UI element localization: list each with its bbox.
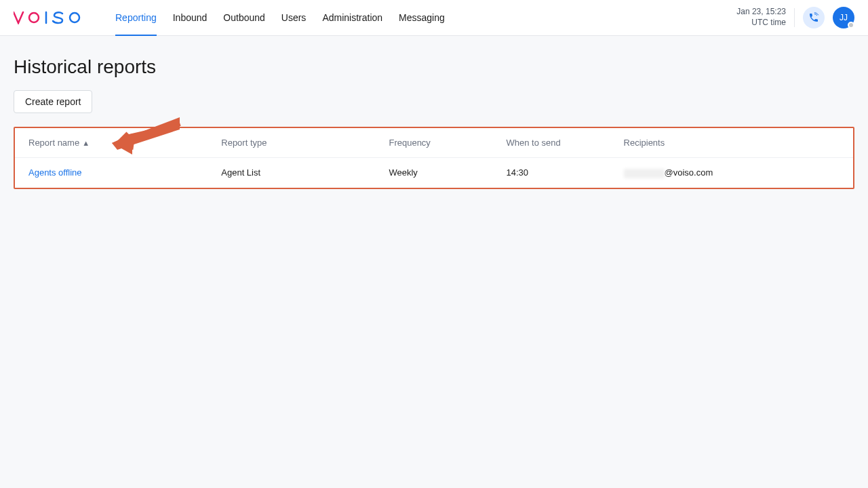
- col-frequency[interactable]: Frequency: [375, 128, 492, 158]
- header-label: Frequency: [389, 138, 430, 148]
- topbar-right: Jan 23, 15:23 UTC time JJ: [736, 7, 854, 28]
- header-label: Report name: [28, 138, 79, 148]
- datetime-line2: UTC time: [736, 18, 786, 28]
- nav-messaging[interactable]: Messaging: [391, 0, 453, 35]
- col-when-to-send[interactable]: When to send: [492, 128, 610, 158]
- nav-administration[interactable]: Administration: [314, 0, 391, 35]
- nav-users[interactable]: Users: [273, 0, 315, 35]
- phone-icon: [808, 12, 819, 23]
- recipient-suffix: @voiso.com: [665, 167, 713, 178]
- redacted-text: [624, 169, 665, 178]
- datetime-line1: Jan 23, 15:23: [736, 7, 786, 18]
- cell-when: 14:30: [492, 158, 610, 188]
- cell-report-type: Agent List: [208, 158, 375, 188]
- avatar-initials: JJ: [840, 13, 848, 22]
- page-title: Historical reports: [14, 56, 854, 78]
- create-report-button[interactable]: Create report: [14, 90, 92, 113]
- nav-label: Administration: [322, 12, 382, 23]
- dialer-button[interactable]: [803, 7, 825, 28]
- nav-outbound[interactable]: Outbound: [215, 0, 273, 35]
- table-header-row: Report name▲ Report type Frequency When …: [15, 128, 853, 158]
- user-avatar[interactable]: JJ: [833, 7, 854, 28]
- nav-reporting[interactable]: Reporting: [107, 0, 165, 35]
- create-report-label: Create report: [25, 96, 81, 107]
- svg-point-2: [70, 13, 79, 22]
- reports-table-container: Report name▲ Report type Frequency When …: [14, 127, 854, 189]
- reports-table: Report name▲ Report type Frequency When …: [15, 128, 853, 188]
- svg-point-0: [29, 13, 39, 22]
- col-report-type[interactable]: Report type: [208, 128, 375, 158]
- topbar: Reporting Inbound Outbound Users Adminis…: [0, 0, 868, 36]
- header-label: Recipients: [624, 138, 665, 148]
- divider: [794, 8, 795, 27]
- cell-recipients: @voiso.com: [610, 158, 853, 188]
- nav-label: Outbound: [223, 12, 265, 23]
- nav-label: Reporting: [115, 12, 157, 23]
- table-row: Agents offline Agent List Weekly 14:30 @…: [15, 158, 853, 188]
- nav-inbound[interactable]: Inbound: [165, 0, 216, 35]
- nav-label: Messaging: [399, 12, 445, 23]
- col-recipients[interactable]: Recipients: [610, 128, 853, 158]
- main-nav: Reporting Inbound Outbound Users Adminis…: [107, 0, 453, 35]
- nav-label: Inbound: [173, 12, 208, 23]
- header-label: Report type: [221, 138, 267, 148]
- page-content: Historical reports Create report Report …: [0, 36, 868, 203]
- cell-report-name[interactable]: Agents offline: [15, 158, 208, 188]
- logo[interactable]: [14, 11, 87, 24]
- report-name-link: Agents offline: [28, 167, 82, 178]
- cell-frequency: Weekly: [375, 158, 492, 188]
- datetime-display: Jan 23, 15:23 UTC time: [736, 7, 786, 28]
- sort-asc-icon: ▲: [82, 139, 90, 147]
- header-label: When to send: [506, 138, 560, 148]
- col-report-name[interactable]: Report name▲: [15, 128, 208, 158]
- status-dot-icon: [848, 22, 854, 28]
- nav-label: Users: [281, 12, 307, 23]
